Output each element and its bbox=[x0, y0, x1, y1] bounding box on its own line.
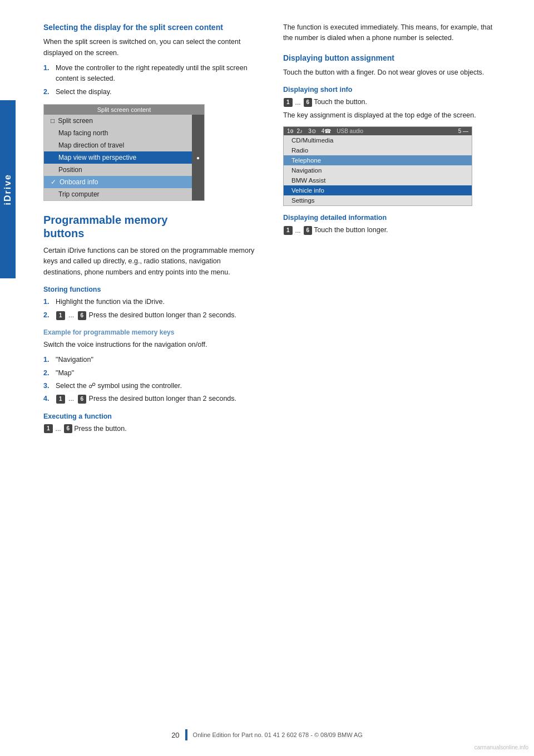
step-1: 1. Move the controller to the right repe… bbox=[43, 63, 261, 85]
section-button-assignment: Displaying button assignment Touch the b… bbox=[283, 53, 501, 235]
example-intro: Switch the voice instructions for the na… bbox=[43, 340, 261, 350]
btn6-badge-ex: 6 bbox=[78, 395, 87, 404]
programmable-memory-heading: Programmable memorybuttons bbox=[43, 213, 261, 240]
media-item-radio: Radio bbox=[284, 145, 472, 155]
screenshot-nav: ● bbox=[192, 115, 204, 200]
media-screen-items: CD/Multimedia Radio Telephone Navigation… bbox=[284, 135, 472, 205]
example-section: Example for programmable memory keys Swi… bbox=[43, 328, 261, 405]
footer-text: Online Edition for Part no. 01 41 2 602 … bbox=[193, 732, 363, 738]
screenshot-item-split-screen: □ Split screen bbox=[44, 115, 192, 127]
media-item-bmw-assist: BMW Assist bbox=[284, 175, 472, 185]
storing-functions-heading: Storing functions bbox=[43, 286, 261, 293]
example-step-4: 4. 1 ... 6 Press the desired button long… bbox=[43, 394, 261, 404]
screenshot-item-onboard-info: ✓ Onboard info bbox=[44, 176, 192, 188]
btn6-badge-short: 6 bbox=[304, 98, 313, 107]
short-info-heading: Displaying short info bbox=[283, 86, 501, 94]
btn1-badge: 1 bbox=[56, 311, 65, 320]
btn1-badge-detail: 1 bbox=[284, 226, 293, 235]
btn1-badge-ex: 1 bbox=[56, 395, 65, 404]
section-selecting-display: Selecting the display for the split scre… bbox=[43, 22, 261, 201]
btn6-badge: 6 bbox=[78, 311, 87, 320]
short-info-touch-text: Touch the button. bbox=[314, 97, 367, 107]
page-footer: 20 Online Edition for Part no. 01 41 2 6… bbox=[0, 729, 534, 740]
short-info-followup: The key assignment is displayed at the t… bbox=[283, 110, 501, 121]
storing-functions-steps: 1. Highlight the function via the iDrive… bbox=[43, 297, 261, 321]
media-item-settings: Settings bbox=[284, 195, 472, 205]
btn1-badge-short: 1 bbox=[284, 98, 293, 107]
storing-step-2: 2. 1 ... 6 Press the desired button long… bbox=[43, 310, 261, 321]
media-item-vehicle-info: Vehicle info bbox=[284, 185, 472, 195]
step-2: 2. Select the display. bbox=[43, 87, 261, 97]
screenshot-item-map-direction: Map direction of travel bbox=[44, 139, 192, 151]
btn1-badge-exec: 1 bbox=[44, 424, 53, 433]
screenshot-body: □ Split screen Map facing north Map dire… bbox=[44, 115, 192, 200]
media-screenshot: 1🄯 2♪ 3⊙ 4☎ USB audio 5 — CD/Multimedia … bbox=[283, 126, 472, 206]
right-column: The function is executed immediately. Th… bbox=[283, 22, 501, 437]
page-container: iDrive Selecting the display for the spl… bbox=[0, 0, 534, 756]
left-column: Selecting the display for the split scre… bbox=[43, 22, 261, 437]
right-intro-text: The function is executed immediately. Th… bbox=[283, 22, 501, 44]
media-item-cd: CD/Multimedia bbox=[284, 135, 472, 145]
example-heading: Example for programmable memory keys bbox=[43, 328, 261, 336]
storing-functions: Storing functions 1. Highlight the funct… bbox=[43, 286, 261, 321]
watermark: carmanualsonline.info bbox=[474, 744, 528, 750]
split-screen-screenshot: Split screen content □ Split screen Map … bbox=[43, 104, 205, 201]
selecting-display-body: When the split screen is switched on, yo… bbox=[43, 37, 261, 58]
screenshot-wrapper: □ Split screen Map facing north Map dire… bbox=[44, 115, 204, 200]
programmable-memory-body: Certain iDrive functions can be stored o… bbox=[43, 246, 261, 278]
screenshot-item-map-north: Map facing north bbox=[44, 127, 192, 139]
media-item-navigation: Navigation bbox=[284, 165, 472, 175]
media-top-bar: 1🄯 2♪ 3⊙ 4☎ USB audio 5 — bbox=[284, 127, 472, 135]
short-info-section: Displaying short info 1 ... 6 Touch the … bbox=[283, 86, 501, 206]
main-content: Selecting the display for the split scre… bbox=[16, 0, 534, 459]
storing-step-1: 1. Highlight the function via the iDrive… bbox=[43, 297, 261, 307]
executing-section: Executing a function 1 ... 6 Press the b… bbox=[43, 413, 261, 434]
media-item-telephone: Telephone bbox=[284, 155, 472, 165]
btn6-badge-exec: 6 bbox=[64, 424, 73, 433]
button-assignment-heading: Displaying button assignment bbox=[283, 53, 501, 63]
executing-heading: Executing a function bbox=[43, 413, 261, 420]
detailed-info-touch-text: Touch the button longer. bbox=[314, 225, 388, 235]
page-number: 20 bbox=[171, 731, 179, 739]
side-tab: iDrive bbox=[0, 100, 16, 278]
short-info-inline: 1 ... 6 Touch the button. bbox=[283, 97, 501, 107]
detailed-info-inline: 1 ... 6 Touch the button longer. bbox=[283, 225, 501, 235]
detailed-info-heading: Displaying detailed information bbox=[283, 214, 501, 222]
example-step-3: 3. Select the ☍ symbol using the control… bbox=[43, 381, 261, 391]
selecting-display-steps: 1. Move the controller to the right repe… bbox=[43, 63, 261, 97]
selecting-display-heading: Selecting the display for the split scre… bbox=[43, 22, 261, 32]
side-tab-label: iDrive bbox=[3, 174, 13, 205]
button-assignment-body: Touch the button with a finger. Do not w… bbox=[283, 67, 501, 78]
executing-inline-row: 1 ... 6 Press the button. bbox=[43, 424, 261, 434]
example-step-1: 1. "Navigation" bbox=[43, 355, 261, 365]
screenshot-item-position: Position bbox=[44, 164, 192, 176]
screenshot-title: Split screen content bbox=[44, 105, 204, 115]
screenshot-item-map-perspective: Map view with perspective bbox=[44, 151, 192, 164]
btn6-badge-detail: 6 bbox=[304, 226, 313, 235]
example-steps: 1. "Navigation" 2. "Map" 3. Select the ☍… bbox=[43, 355, 261, 405]
detailed-info-section: Displaying detailed information 1 ... 6 … bbox=[283, 214, 501, 235]
example-step-2: 2. "Map" bbox=[43, 368, 261, 379]
screenshot-item-trip-computer: Trip computer bbox=[44, 188, 192, 200]
section-programmable-memory: Programmable memorybuttons Certain iDriv… bbox=[43, 213, 261, 434]
footer-line bbox=[185, 729, 187, 740]
